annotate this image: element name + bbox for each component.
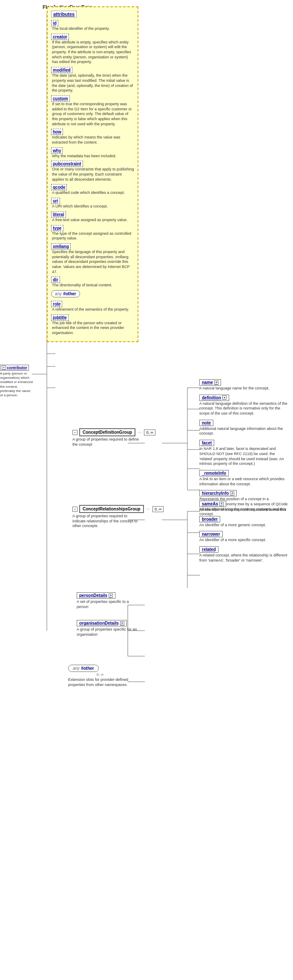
attr-literal-name[interactable]: literal (51, 211, 66, 218)
right-item-narrower: narrower An identifier of a more specifi… (199, 531, 289, 543)
attr-qcode: qcode A qualified code which identifies … (51, 184, 134, 196)
attr-id-desc: The local identifier of the property. (52, 26, 134, 32)
right-item-definition: definition + A natural language definiti… (199, 395, 289, 416)
attr-modified: modified The date (and, optionally, the … (51, 67, 134, 93)
connector-dots-2: ··· (146, 507, 150, 511)
attr-custom-desc: If set to true the corresponding propert… (52, 102, 134, 127)
person-details-section: personDetails + A set of properties spec… (77, 592, 141, 609)
narrower-desc: An identifier of a more specific concept… (199, 538, 289, 543)
broader-desc: An identifier of a more generic concept. (199, 523, 289, 528)
attr-xmllang-name[interactable]: xmllang (51, 243, 71, 250)
attr-dir-desc: The directionality of textual content. (52, 283, 134, 288)
facet-elem-box[interactable]: facet (199, 440, 214, 446)
attributes-title: attributes (51, 11, 77, 17)
attr-dir: dir The directionality of textual conten… (51, 277, 134, 288)
attr-how-desc: Indicates by which means the value was e… (52, 135, 134, 145)
attr-jobtitle-name[interactable]: jobtitle (51, 314, 69, 321)
person-details-box[interactable]: personDetails + (77, 592, 115, 599)
attr-pubconstraint-name[interactable]: pubconstraint (51, 161, 83, 167)
any-other-1: any #other (51, 290, 134, 297)
any-other-bottom-section: any #other 0..∞ Extension slots for prov… (68, 665, 132, 687)
note-elem-box[interactable]: note (199, 420, 213, 426)
attr-why-desc: Why the metadata has been included. (52, 154, 134, 159)
attr-type-name[interactable]: type (51, 225, 63, 231)
attr-why-name[interactable]: why (51, 147, 63, 154)
attr-creator-name[interactable]: creator (51, 34, 69, 40)
concept-relationships-group-box: ConceptRelationshipsGroup (79, 505, 144, 513)
multiplicity-1: 0..∞ (144, 429, 155, 435)
contributor-elem[interactable]: − contributor (0, 365, 29, 371)
attr-why: why Why the metadata has been included. (51, 147, 134, 159)
related-desc: A related concept, where the relationshi… (199, 553, 289, 563)
definition-desc: A natural language definition of the sem… (199, 401, 289, 416)
sameas-expand-icon: + (219, 502, 224, 506)
any-other-box-1: any #other (51, 290, 80, 297)
hierarchyinfo-elem-box[interactable]: hierarchyInfo + (199, 490, 237, 496)
attr-type: type The type of the concept assigned as… (51, 225, 134, 241)
right-item-remoteinfo: _remoteInfo A link to an item or a web r… (199, 470, 289, 487)
right-item-name: name + A natural language name for the c… (199, 379, 289, 391)
concept-def-collapse-icon[interactable]: − (72, 430, 78, 435)
attr-literal: literal A free-text value assigned as pr… (51, 211, 134, 223)
attr-qcode-desc: A qualified code which identifies a conc… (52, 190, 134, 196)
attr-custom: custom If set to true the corresponding … (51, 95, 134, 127)
facet-desc: In NAR 1.8 and later, facet is deprecate… (199, 447, 289, 467)
attr-uri-name[interactable]: uri (51, 198, 60, 204)
attr-how-name[interactable]: how (51, 129, 63, 135)
right-item-facet: facet In NAR 1.8 and later, facet is dep… (199, 440, 289, 467)
remoteinfo-elem-box[interactable]: _remoteInfo (199, 470, 229, 476)
connector-dots-1: ··· (138, 430, 141, 435)
right-items-section: name + A natural language name for the c… (199, 379, 289, 520)
attr-uri-desc: A URI which identifies a concept. (52, 204, 134, 209)
multiplicity-2: 0..∞ (152, 506, 164, 512)
name-elem-box[interactable]: name + (199, 379, 221, 386)
note-desc: Additional natural language information … (199, 427, 289, 436)
relationship-items-section: sameAs + An identifier of a concept with… (199, 501, 289, 566)
broader-elem-box[interactable]: broader (199, 516, 220, 522)
attr-id-name[interactable]: id (51, 20, 58, 26)
concept-definition-group-box: ConceptDefinitionGroup (79, 428, 135, 436)
right-item-note: note Additional natural language informa… (199, 420, 289, 436)
concept-rel-group-desc: A group of properties required to indica… (72, 514, 141, 529)
attr-literal-desc: A free-text value assigned as property v… (52, 218, 134, 223)
attr-creator-desc: If the attribute is empty, specifies whi… (52, 40, 134, 65)
organisation-details-box[interactable]: organisationDetails + (77, 620, 127, 626)
attr-modified-name[interactable]: modified (51, 67, 72, 73)
related-elem-box[interactable]: related (199, 546, 218, 553)
right-item-related: related A related concept, where the rel… (199, 546, 289, 563)
attr-qcode-name[interactable]: qcode (51, 184, 67, 190)
contributor-section: − contributor A party (person or organis… (0, 364, 33, 398)
attr-type-desc: The type of the concept assigned as cont… (52, 231, 134, 241)
attr-how: how Indicates by which means the value w… (51, 129, 134, 145)
hierarchyinfo-expand-icon: + (230, 491, 234, 496)
concept-def-group-desc: A group of properties required to define… (72, 437, 141, 447)
attr-modified-desc: The date (and, optionally, the time) whe… (52, 73, 134, 93)
contributor-box-icon: − (2, 366, 6, 370)
attr-role-desc: A refinement of the semantics of the pro… (52, 307, 134, 312)
person-details-expand-icon: + (109, 594, 113, 598)
attr-xmllang-desc: Specifies the language of this property … (52, 250, 134, 274)
narrower-elem-box[interactable]: narrower (199, 531, 223, 537)
sameas-desc: An identifier of a concept with equivale… (199, 507, 289, 513)
attr-uri: uri A URI which identifies a concept. (51, 198, 134, 209)
attr-creator: creator If the attribute is empty, speci… (51, 34, 134, 65)
remoteinfo-desc: A link to an item or a web resource whic… (199, 477, 289, 487)
attr-id: id The local identifier of the property. (51, 20, 134, 32)
contributor-desc: A party (person or organisation) which m… (0, 372, 33, 398)
attr-custom-name[interactable]: custom (51, 95, 70, 102)
attr-pubconstraint-desc: One or many constraints that apply to pu… (52, 167, 134, 182)
attr-dir-name[interactable]: dir (51, 277, 60, 283)
attr-jobtitle: jobtitle The job title of the person who… (51, 314, 134, 336)
attr-role-name[interactable]: role (51, 301, 62, 307)
any-other-bottom-multiplicity: 0..∞ (68, 672, 132, 677)
organisation-details-desc: A group of properties specific for an or… (77, 627, 141, 637)
right-item-broader: broader An identifier of a more generic … (199, 516, 289, 528)
attributes-container: attributes id The local identifier of th… (47, 6, 138, 342)
sameas-elem-box[interactable]: sameAs + (199, 501, 226, 507)
attr-xmllang: xmllang Specifies the language of this p… (51, 243, 134, 274)
name-expand-icon: + (214, 380, 218, 385)
right-item-sameas: sameAs + An identifier of a concept with… (199, 501, 289, 513)
definition-elem-box[interactable]: definition + (199, 395, 229, 401)
concept-rel-collapse-icon[interactable]: − (72, 507, 78, 512)
person-details-desc: A set of properties specific to a person (77, 600, 141, 609)
